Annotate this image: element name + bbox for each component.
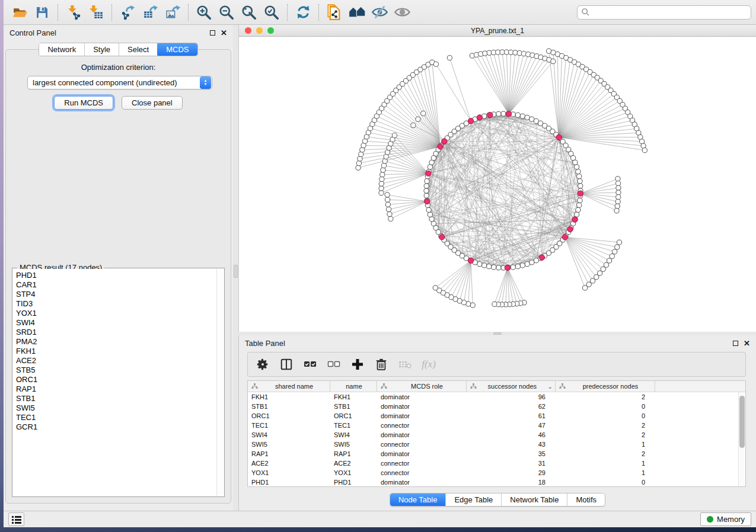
column-header-MCDS-role[interactable]: MCDS role xyxy=(377,381,467,392)
run-mcds-button[interactable]: Run MCDS xyxy=(54,96,113,110)
save-session-button[interactable] xyxy=(31,2,53,23)
control-panel: Control Panel ✕ NetworkStyleSelectMCDS O… xyxy=(4,25,233,511)
network-canvas[interactable] xyxy=(239,37,756,332)
deselect-all-button[interactable] xyxy=(326,357,342,372)
float-panel-icon[interactable] xyxy=(210,30,215,36)
table-tab-motifs[interactable]: Motifs xyxy=(567,493,605,506)
search-input[interactable] xyxy=(590,8,747,17)
table-row[interactable]: FKH1FKH1dominator962 xyxy=(248,392,745,402)
new-network-from-selection-button[interactable] xyxy=(323,2,346,23)
control-panel-tab-style[interactable]: Style xyxy=(85,43,119,56)
mcds-result-item[interactable]: STB5 xyxy=(16,366,216,375)
network-view-panel: YPA_prune.txt_1 xyxy=(238,25,756,332)
export-network-button[interactable] xyxy=(116,2,139,23)
splitter-grip[interactable] xyxy=(234,265,238,278)
table-tab-network-table[interactable]: Network Table xyxy=(502,493,567,506)
mcds-result-item[interactable]: STB1 xyxy=(16,394,216,403)
mcds-result-item[interactable]: RAP1 xyxy=(16,384,216,394)
delete-columns-button[interactable] xyxy=(374,357,389,372)
open-file-button[interactable] xyxy=(8,2,31,23)
column-header-successor-nodes[interactable]: successor nodes⌄ xyxy=(467,381,556,392)
table-cell: FKH1 xyxy=(248,392,330,402)
zoom-in-button[interactable] xyxy=(193,2,215,23)
apply-layout-button[interactable] xyxy=(292,2,314,23)
mcds-result-item[interactable]: YOX1 xyxy=(16,309,216,318)
column-header-name[interactable]: name xyxy=(330,381,377,392)
column-type-icon xyxy=(381,383,387,389)
select-all-button[interactable] xyxy=(302,357,318,372)
table-cell: PHD1 xyxy=(248,477,330,487)
mcds-result-item[interactable]: ACE2 xyxy=(16,356,216,366)
control-panel-tab-select[interactable]: Select xyxy=(119,43,158,56)
mcds-result-item[interactable]: SWI4 xyxy=(16,318,216,328)
table-row[interactable]: SWI5SWI5connector431 xyxy=(248,440,745,449)
zoom-fit-icon xyxy=(241,4,257,21)
table-tab-edge-table[interactable]: Edge Table xyxy=(446,493,502,506)
open-folder-icon xyxy=(12,4,28,20)
close-panel-button[interactable]: Close panel xyxy=(122,96,183,110)
mcds-result-item[interactable]: CAR1 xyxy=(16,280,216,290)
table-row[interactable]: ORC1ORC1dominator610 xyxy=(248,411,745,421)
control-panel-tab-network[interactable]: Network xyxy=(39,43,85,56)
memory-status-icon xyxy=(707,516,713,523)
table-cell: 18 xyxy=(467,477,556,487)
memory-button[interactable]: Memory xyxy=(700,512,751,526)
zoom-selected-button[interactable] xyxy=(260,2,283,23)
table-row[interactable]: RAP1RAP1dominator352 xyxy=(248,449,745,459)
table-tab-node-table[interactable]: Node Table xyxy=(390,493,446,506)
zoom-out-button[interactable] xyxy=(215,2,238,23)
show-columns-button[interactable] xyxy=(279,357,294,372)
mcds-result-item[interactable]: STP4 xyxy=(16,290,216,299)
vertical-splitter[interactable] xyxy=(233,25,238,511)
zoom-fit-button[interactable] xyxy=(238,2,260,23)
control-panel-tab-mcds[interactable]: MCDS xyxy=(157,43,197,56)
mcds-result-item[interactable]: SRD1 xyxy=(16,328,216,337)
minimize-traffic-light[interactable] xyxy=(256,27,263,34)
table-row[interactable]: PHD1PHD1dominator180 xyxy=(248,477,745,487)
table-row[interactable]: ACE2ACE2connector311 xyxy=(248,459,745,468)
deselect-all-icon xyxy=(327,357,341,371)
table-cell: 0 xyxy=(556,477,655,487)
table-cell: 43 xyxy=(467,440,556,449)
show-graphics-details-button[interactable] xyxy=(391,2,413,23)
mcds-result-item[interactable]: FKH1 xyxy=(16,347,216,356)
column-header-shared-name[interactable]: shared name xyxy=(248,381,330,392)
table-scrollbar[interactable] xyxy=(738,392,745,486)
import-table-button[interactable] xyxy=(85,2,107,23)
close-traffic-light[interactable] xyxy=(245,27,251,34)
table-row[interactable]: TEC1TEC1connector472 xyxy=(248,421,745,430)
select-all-icon xyxy=(303,357,317,371)
table-cell: TEC1 xyxy=(248,421,330,430)
close-panel-icon[interactable]: ✕ xyxy=(221,30,227,36)
create-column-button[interactable] xyxy=(350,357,365,372)
table-cell: STB1 xyxy=(248,402,330,411)
close-panel-icon[interactable]: ✕ xyxy=(744,341,750,346)
mcds-result-item[interactable]: TID3 xyxy=(16,299,216,309)
table-options-button[interactable] xyxy=(255,357,270,372)
table-row[interactable]: YOX1YOX1connector291 xyxy=(248,468,745,477)
table-row[interactable]: STB1STB1dominator620 xyxy=(248,402,745,411)
mcds-result-item[interactable]: PHD1 xyxy=(16,271,216,280)
float-panel-icon[interactable] xyxy=(733,341,738,346)
mcds-result-item[interactable]: TEC1 xyxy=(16,413,216,422)
mcds-result-item[interactable]: GCR1 xyxy=(16,422,216,432)
export-table-button[interactable] xyxy=(139,2,161,23)
show-status-dialog-button[interactable] xyxy=(8,512,24,526)
criterion-dropdown[interactable]: largest connected component (undirected)… xyxy=(27,76,212,89)
mcds-result-item[interactable]: PMA2 xyxy=(16,337,216,347)
search-box[interactable] xyxy=(577,5,751,20)
splitter-grip[interactable] xyxy=(493,332,502,335)
maximize-traffic-light[interactable] xyxy=(267,27,274,34)
toolbar-separator xyxy=(58,4,58,21)
hide-graphics-details-button[interactable] xyxy=(368,2,391,23)
table-scrollbar-thumb[interactable] xyxy=(739,396,745,448)
export-image-button[interactable] xyxy=(161,2,184,23)
column-header-predecessor-nodes[interactable]: predecessor nodes xyxy=(556,381,655,392)
show-all-networks-button[interactable] xyxy=(346,2,368,23)
mcds-list-scrollbar[interactable] xyxy=(216,269,224,496)
mcds-result-item[interactable]: ORC1 xyxy=(16,375,216,384)
toolbar-separator xyxy=(188,4,189,21)
table-row[interactable]: SWI4SWI4dominator462 xyxy=(248,430,745,440)
import-network-button[interactable] xyxy=(62,2,85,23)
mcds-result-item[interactable]: SWI5 xyxy=(16,403,216,413)
